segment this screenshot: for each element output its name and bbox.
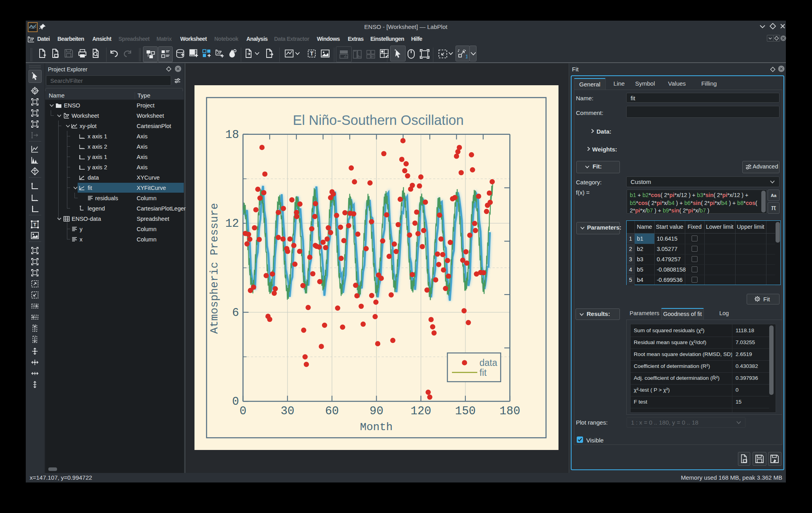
- svg-text:fit: fit: [480, 368, 487, 378]
- svg-text:180: 180: [499, 405, 520, 418]
- svg-text:120: 120: [410, 405, 431, 418]
- svg-text:El Niño-Southern Oscillation: El Niño-Southern Oscillation: [293, 113, 463, 128]
- svg-text:T: T: [33, 222, 36, 228]
- svg-text:1: 1: [465, 54, 467, 59]
- svg-text:30: 30: [280, 405, 294, 418]
- svg-text:data: data: [480, 358, 497, 368]
- svg-text:Month: Month: [360, 421, 393, 433]
- svg-text:90: 90: [370, 405, 383, 418]
- svg-text:0: 0: [232, 395, 239, 408]
- svg-text:T: T: [310, 50, 314, 57]
- svg-text:150: 150: [455, 405, 476, 418]
- svg-text:0: 0: [240, 405, 246, 418]
- svg-text:18: 18: [225, 128, 239, 142]
- svg-text:Atmospheric Pressure: Atmospheric Pressure: [208, 203, 221, 334]
- svg-text:12: 12: [225, 217, 239, 230]
- svg-text:6: 6: [232, 306, 239, 320]
- svg-text:60: 60: [325, 405, 339, 418]
